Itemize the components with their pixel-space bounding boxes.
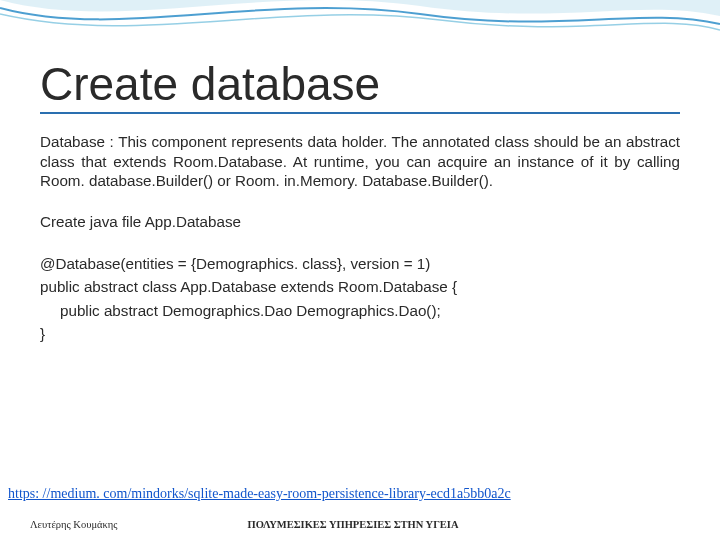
instruction-line: Create java file App.Database [40,213,680,230]
footer-author: Λευτέρης Κουμάκης [30,519,117,530]
code-line: public abstract Demographics.Dao Demogra… [40,299,680,323]
decorative-wave [0,0,720,60]
code-line: @Database(entities = {Demographics. clas… [40,252,680,276]
code-snippet: @Database(entities = {Demographics. clas… [40,252,680,346]
footer-course: ΠΟΛΥΜΕΣΙΚΕΣ ΥΠΗΡΕΣΙΕΣ ΣΤΗΝ ΥΓΕΙΑ [247,519,458,530]
slide-footer: Λευτέρης Κουμάκης ΠΟΛΥΜΕΣΙΚΕΣ ΥΠΗΡΕΣΙΕΣ … [30,519,690,530]
slide-title: Create database [40,60,680,114]
description-paragraph: Database : This component represents dat… [40,132,680,190]
code-line: } [40,322,680,346]
slide-content: Create database Database : This componen… [40,60,680,346]
code-line: public abstract class App.Database exten… [40,275,680,299]
reference-link[interactable]: https: //medium. com/mindorks/sqlite-mad… [8,486,511,502]
presentation-slide: Create database Database : This componen… [0,0,720,540]
